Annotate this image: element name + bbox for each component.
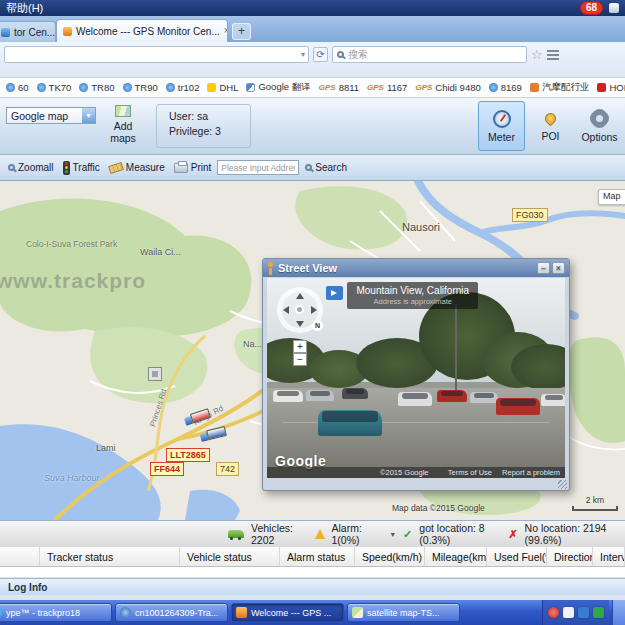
vehicle-marker-llt2865[interactable]: LLT2865 bbox=[166, 448, 210, 462]
gps-app-icon bbox=[236, 607, 247, 618]
resize-grip[interactable] bbox=[558, 480, 567, 489]
minimize-icon[interactable]: − bbox=[537, 262, 550, 274]
new-tab-button[interactable]: + bbox=[232, 23, 251, 40]
zoomall-button[interactable]: Zoomall bbox=[5, 162, 57, 173]
poi-pin-icon bbox=[543, 111, 559, 127]
bookmark-item[interactable]: tr102 bbox=[162, 82, 204, 93]
bookmark-item[interactable]: Google 翻译 bbox=[242, 81, 314, 94]
dhl-icon bbox=[207, 83, 216, 92]
titlebar-icon[interactable] bbox=[609, 3, 619, 13]
bookmark-item[interactable]: GPSChidi 9480 bbox=[411, 82, 484, 93]
pan-down-icon[interactable] bbox=[296, 321, 304, 327]
options-button[interactable]: Options bbox=[576, 101, 623, 151]
log-info-panel[interactable]: Log Info bbox=[0, 578, 625, 595]
zoom-in-button[interactable]: + bbox=[293, 340, 307, 353]
tray-icon-blue[interactable] bbox=[578, 607, 589, 618]
bookmark-item[interactable]: 汽摩配行业 bbox=[526, 81, 594, 94]
column-mileage[interactable]: Mileage(km) bbox=[425, 547, 487, 566]
meter-button[interactable]: Meter bbox=[478, 101, 525, 151]
menu-icon[interactable] bbox=[547, 50, 559, 60]
tab-favicon bbox=[1, 28, 10, 37]
watermark: www.trackpro bbox=[0, 269, 146, 293]
bookmark-item[interactable]: GPS8811 bbox=[315, 82, 363, 93]
show-desktop-button[interactable] bbox=[612, 600, 625, 625]
measure-button[interactable]: Measure bbox=[106, 162, 168, 173]
search-box bbox=[332, 46, 527, 63]
add-maps-label: Add maps bbox=[110, 120, 136, 144]
column-vehicle-status[interactable]: Vehicle status bbox=[180, 547, 280, 566]
compass-center[interactable] bbox=[295, 305, 304, 314]
taskbar-button-satellite-map[interactable]: satellite map-TS... bbox=[347, 603, 460, 622]
os-taskbar: ype™ - trackpro18 cn1001264309-Tra... We… bbox=[0, 600, 625, 625]
column-tracker-status[interactable]: Tracker status bbox=[40, 547, 180, 566]
bookmark-item[interactable]: TK70 bbox=[33, 82, 76, 93]
vehicle-marker-742[interactable]: 742 bbox=[216, 462, 239, 476]
taskbar-button-gps-monitor[interactable]: Welcome --- GPS ... bbox=[231, 603, 344, 622]
pan-compass-control[interactable]: N bbox=[277, 287, 323, 333]
tab-close-icon[interactable]: × bbox=[224, 26, 228, 36]
search-input[interactable] bbox=[348, 49, 522, 60]
bookmark-item[interactable]: TR90 bbox=[119, 82, 162, 93]
bookmark-item[interactable]: 8169 bbox=[485, 82, 526, 93]
report-problem-link[interactable]: Report a problem bbox=[502, 468, 560, 477]
close-icon[interactable]: × bbox=[552, 262, 565, 274]
notification-badge[interactable]: 68 bbox=[580, 1, 603, 15]
pan-left-icon[interactable] bbox=[283, 306, 289, 314]
tray-icon-red[interactable] bbox=[548, 607, 559, 618]
traffic-button[interactable]: Traffic bbox=[60, 161, 103, 175]
vehicle-marker-ff644[interactable]: FF644 bbox=[150, 462, 184, 476]
map-app-icon bbox=[352, 607, 363, 618]
bookmark-item[interactable]: DHL bbox=[203, 82, 242, 93]
zoom-out-button[interactable]: − bbox=[293, 353, 307, 366]
address-search-input[interactable] bbox=[217, 160, 299, 175]
vehicle-marker-fg030[interactable]: FG030 bbox=[512, 208, 548, 222]
tab-active[interactable]: Welcome --- GPS Monitor Cen... × bbox=[56, 19, 228, 42]
street-view-footer: ©2015 Google Terms of Use Report a probl… bbox=[267, 467, 565, 478]
poi-button[interactable]: POI bbox=[527, 101, 574, 151]
tray-icon-white[interactable] bbox=[563, 607, 574, 618]
pan-right-icon[interactable] bbox=[311, 306, 317, 314]
street-view-window[interactable]: Street View − × bbox=[262, 258, 570, 491]
street-view-photo[interactable]: Mountain View, California Address is app… bbox=[267, 278, 565, 478]
column-alarm-status[interactable]: Alarm status bbox=[280, 547, 355, 566]
zoom-control: + − bbox=[293, 340, 307, 366]
tab-bar: tor Cen... × Welcome --- GPS Monitor Cen… bbox=[0, 16, 625, 42]
gps-monitor-app-window: 帮助(H) 68 tor Cen... × Welcome --- GPS Mo… bbox=[0, 0, 625, 625]
map-canvas[interactable]: www.trackpro Colo-I-Suva Forest Park Wai… bbox=[0, 181, 625, 520]
column-direction[interactable]: Direction bbox=[547, 547, 593, 566]
menu-help[interactable]: 帮助(H) bbox=[6, 1, 43, 16]
add-maps-button[interactable]: Add maps bbox=[100, 103, 146, 144]
tab-background[interactable]: tor Cen... × bbox=[0, 21, 56, 42]
taskbar-button-browser[interactable]: cn1001264309-Tra... bbox=[115, 603, 228, 622]
traffic-light-icon bbox=[63, 161, 70, 175]
favorite-star-icon[interactable]: ☆ bbox=[531, 48, 543, 61]
tray-icon-green[interactable] bbox=[593, 607, 604, 618]
column-speed[interactable]: Speed(km/h) bbox=[355, 547, 425, 566]
street-view-titlebar[interactable]: Street View − × bbox=[263, 259, 569, 277]
column-interval[interactable]: Interval... bbox=[593, 547, 625, 566]
nav-arrow-tag[interactable] bbox=[326, 286, 343, 300]
map-icon bbox=[115, 105, 131, 117]
pan-up-icon[interactable] bbox=[296, 293, 304, 299]
vehicle-table-header: Tracker status Vehicle status Alarm stat… bbox=[0, 547, 625, 567]
column-used-fuel[interactable]: Used Fuel(%) bbox=[487, 547, 547, 566]
map-type-select[interactable]: Google map ▾ bbox=[6, 107, 96, 124]
bookmark-item[interactable]: 60 bbox=[2, 82, 33, 93]
vehicle-table-body[interactable] bbox=[0, 567, 625, 578]
url-dropdown-icon[interactable]: ▾ bbox=[301, 50, 305, 59]
gps-badge-icon: GPS bbox=[319, 83, 336, 92]
car bbox=[470, 392, 498, 403]
map-type-control[interactable]: Map bbox=[598, 189, 625, 205]
taskbar-button-skype[interactable]: ype™ - trackpro18 bbox=[0, 603, 112, 622]
refresh-icon[interactable]: ⟳ bbox=[313, 47, 328, 62]
device-marker[interactable] bbox=[148, 367, 162, 381]
url-field[interactable]: ▾ bbox=[4, 46, 309, 63]
bookmark-item[interactable]: HOKO bbox=[593, 82, 625, 93]
alarm-dropdown-icon[interactable]: ▼ bbox=[389, 531, 396, 538]
map-search-button[interactable]: Search bbox=[302, 162, 350, 173]
bookmark-item[interactable]: GPS1167 bbox=[363, 82, 411, 93]
terms-link[interactable]: Terms of Use bbox=[448, 468, 492, 477]
print-button[interactable]: Print bbox=[171, 162, 215, 173]
compass-north-badge: N bbox=[312, 320, 323, 331]
bookmark-item[interactable]: TR80 bbox=[75, 82, 118, 93]
